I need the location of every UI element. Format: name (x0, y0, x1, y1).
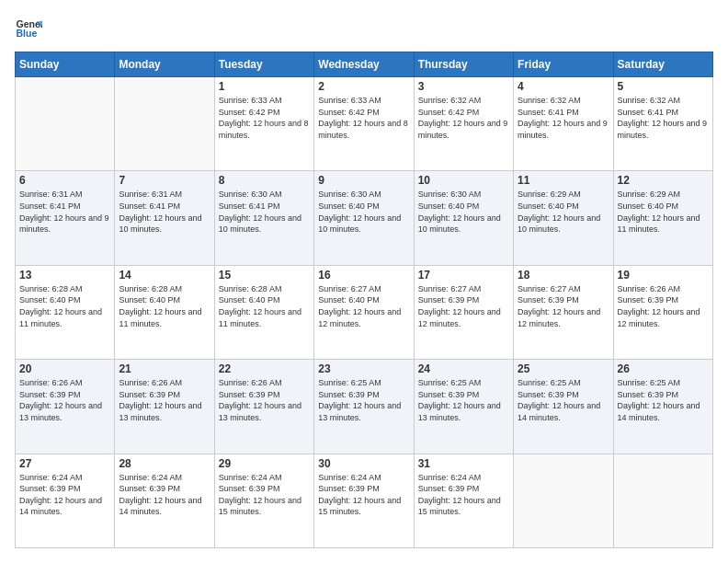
day-detail: Sunrise: 6:24 AM Sunset: 6:39 PM Dayligh… (219, 472, 310, 518)
day-detail: Sunrise: 6:29 AM Sunset: 6:40 PM Dayligh… (518, 189, 609, 235)
calendar-cell: 27Sunrise: 6:24 AM Sunset: 6:39 PM Dayli… (16, 454, 115, 547)
day-number: 15 (219, 269, 310, 282)
calendar-cell: 21Sunrise: 6:26 AM Sunset: 6:39 PM Dayli… (115, 360, 214, 454)
day-detail: Sunrise: 6:28 AM Sunset: 6:40 PM Dayligh… (219, 283, 310, 329)
day-detail: Sunrise: 6:31 AM Sunset: 6:41 PM Dayligh… (19, 189, 110, 235)
col-header-sunday: Sunday (16, 52, 115, 77)
day-number: 9 (318, 174, 409, 187)
day-detail: Sunrise: 6:26 AM Sunset: 6:39 PM Dayligh… (618, 283, 709, 329)
day-number: 4 (518, 80, 609, 93)
logo: General Blue (15, 15, 42, 42)
calendar-cell: 17Sunrise: 6:27 AM Sunset: 6:39 PM Dayli… (414, 265, 513, 359)
day-detail: Sunrise: 6:32 AM Sunset: 6:42 PM Dayligh… (418, 95, 509, 141)
calendar-cell: 15Sunrise: 6:28 AM Sunset: 6:40 PM Dayli… (214, 265, 313, 359)
day-detail: Sunrise: 6:26 AM Sunset: 6:39 PM Dayligh… (119, 377, 210, 423)
day-detail: Sunrise: 6:30 AM Sunset: 6:40 PM Dayligh… (418, 189, 509, 235)
calendar-cell: 9Sunrise: 6:30 AM Sunset: 6:40 PM Daylig… (314, 171, 414, 265)
day-detail: Sunrise: 6:24 AM Sunset: 6:39 PM Dayligh… (418, 472, 509, 518)
calendar-table: SundayMondayTuesdayWednesdayThursdayFrid… (15, 52, 713, 548)
day-detail: Sunrise: 6:25 AM Sunset: 6:39 PM Dayligh… (518, 377, 609, 423)
day-number: 21 (119, 362, 210, 375)
day-detail: Sunrise: 6:25 AM Sunset: 6:39 PM Dayligh… (618, 377, 709, 423)
day-number: 30 (318, 457, 409, 470)
day-detail: Sunrise: 6:24 AM Sunset: 6:39 PM Dayligh… (19, 472, 110, 518)
calendar-cell: 11Sunrise: 6:29 AM Sunset: 6:40 PM Dayli… (514, 171, 613, 265)
calendar-cell: 16Sunrise: 6:27 AM Sunset: 6:40 PM Dayli… (314, 265, 414, 359)
day-number: 1 (219, 80, 310, 93)
day-number: 31 (418, 457, 509, 470)
day-detail: Sunrise: 6:31 AM Sunset: 6:41 PM Dayligh… (119, 189, 210, 235)
day-number: 18 (518, 269, 609, 282)
calendar-cell: 24Sunrise: 6:25 AM Sunset: 6:39 PM Dayli… (414, 360, 513, 454)
calendar-cell: 19Sunrise: 6:26 AM Sunset: 6:39 PM Dayli… (613, 265, 712, 359)
calendar-cell: 28Sunrise: 6:24 AM Sunset: 6:39 PM Dayli… (115, 454, 214, 547)
day-number: 22 (219, 362, 310, 375)
col-header-monday: Monday (115, 52, 214, 77)
day-detail: Sunrise: 6:24 AM Sunset: 6:39 PM Dayligh… (318, 472, 409, 518)
col-header-wednesday: Wednesday (314, 52, 414, 77)
day-detail: Sunrise: 6:24 AM Sunset: 6:39 PM Dayligh… (119, 472, 210, 518)
day-number: 8 (219, 174, 310, 187)
col-header-friday: Friday (514, 52, 613, 77)
calendar-cell: 20Sunrise: 6:26 AM Sunset: 6:39 PM Dayli… (16, 360, 115, 454)
day-detail: Sunrise: 6:32 AM Sunset: 6:41 PM Dayligh… (518, 95, 609, 141)
calendar-cell: 8Sunrise: 6:30 AM Sunset: 6:41 PM Daylig… (214, 171, 313, 265)
day-number: 2 (318, 80, 409, 93)
day-detail: Sunrise: 6:33 AM Sunset: 6:42 PM Dayligh… (219, 95, 310, 141)
calendar-cell: 31Sunrise: 6:24 AM Sunset: 6:39 PM Dayli… (414, 454, 513, 547)
calendar-cell: 25Sunrise: 6:25 AM Sunset: 6:39 PM Dayli… (514, 360, 613, 454)
calendar-cell: 6Sunrise: 6:31 AM Sunset: 6:41 PM Daylig… (16, 171, 115, 265)
calendar-cell (115, 77, 214, 171)
day-detail: Sunrise: 6:27 AM Sunset: 6:39 PM Dayligh… (518, 283, 609, 329)
calendar-cell (514, 454, 613, 547)
day-number: 6 (19, 174, 110, 187)
day-number: 16 (318, 269, 409, 282)
svg-text:Blue: Blue (17, 28, 38, 39)
calendar-cell: 2Sunrise: 6:33 AM Sunset: 6:42 PM Daylig… (314, 77, 414, 171)
day-detail: Sunrise: 6:33 AM Sunset: 6:42 PM Dayligh… (318, 95, 409, 141)
calendar-cell (613, 454, 712, 547)
day-number: 3 (418, 80, 509, 93)
day-detail: Sunrise: 6:30 AM Sunset: 6:40 PM Dayligh… (318, 189, 409, 235)
calendar-cell: 3Sunrise: 6:32 AM Sunset: 6:42 PM Daylig… (414, 77, 513, 171)
calendar-cell: 5Sunrise: 6:32 AM Sunset: 6:41 PM Daylig… (613, 77, 712, 171)
day-number: 27 (19, 457, 110, 470)
day-detail: Sunrise: 6:25 AM Sunset: 6:39 PM Dayligh… (318, 377, 409, 423)
calendar-cell: 14Sunrise: 6:28 AM Sunset: 6:40 PM Dayli… (115, 265, 214, 359)
day-number: 23 (318, 362, 409, 375)
day-number: 14 (119, 269, 210, 282)
calendar-cell: 1Sunrise: 6:33 AM Sunset: 6:42 PM Daylig… (214, 77, 313, 171)
logo-icon: General Blue (15, 15, 42, 42)
calendar-cell: 4Sunrise: 6:32 AM Sunset: 6:41 PM Daylig… (514, 77, 613, 171)
calendar-cell: 23Sunrise: 6:25 AM Sunset: 6:39 PM Dayli… (314, 360, 414, 454)
calendar-cell: 12Sunrise: 6:29 AM Sunset: 6:40 PM Dayli… (613, 171, 712, 265)
day-number: 12 (618, 174, 709, 187)
day-detail: Sunrise: 6:30 AM Sunset: 6:41 PM Dayligh… (219, 189, 310, 235)
calendar-cell: 30Sunrise: 6:24 AM Sunset: 6:39 PM Dayli… (314, 454, 414, 547)
day-number: 24 (418, 362, 509, 375)
calendar-cell: 7Sunrise: 6:31 AM Sunset: 6:41 PM Daylig… (115, 171, 214, 265)
day-number: 25 (518, 362, 609, 375)
day-detail: Sunrise: 6:25 AM Sunset: 6:39 PM Dayligh… (418, 377, 509, 423)
col-header-tuesday: Tuesday (214, 52, 313, 77)
col-header-thursday: Thursday (414, 52, 513, 77)
day-number: 26 (618, 362, 709, 375)
calendar-cell: 29Sunrise: 6:24 AM Sunset: 6:39 PM Dayli… (214, 454, 313, 547)
day-number: 19 (618, 269, 709, 282)
day-detail: Sunrise: 6:26 AM Sunset: 6:39 PM Dayligh… (19, 377, 110, 423)
day-detail: Sunrise: 6:32 AM Sunset: 6:41 PM Dayligh… (618, 95, 709, 141)
day-number: 10 (418, 174, 509, 187)
col-header-saturday: Saturday (613, 52, 712, 77)
day-detail: Sunrise: 6:28 AM Sunset: 6:40 PM Dayligh… (119, 283, 210, 329)
calendar-cell: 18Sunrise: 6:27 AM Sunset: 6:39 PM Dayli… (514, 265, 613, 359)
day-detail: Sunrise: 6:26 AM Sunset: 6:39 PM Dayligh… (219, 377, 310, 423)
calendar-cell (16, 77, 115, 171)
day-number: 11 (518, 174, 609, 187)
calendar-cell: 26Sunrise: 6:25 AM Sunset: 6:39 PM Dayli… (613, 360, 712, 454)
day-number: 13 (19, 269, 110, 282)
page: General Blue SundayMondayTuesdayWednesda… (0, 0, 728, 563)
day-number: 17 (418, 269, 509, 282)
calendar-cell: 22Sunrise: 6:26 AM Sunset: 6:39 PM Dayli… (214, 360, 313, 454)
day-detail: Sunrise: 6:29 AM Sunset: 6:40 PM Dayligh… (618, 189, 709, 235)
day-detail: Sunrise: 6:27 AM Sunset: 6:40 PM Dayligh… (318, 283, 409, 329)
